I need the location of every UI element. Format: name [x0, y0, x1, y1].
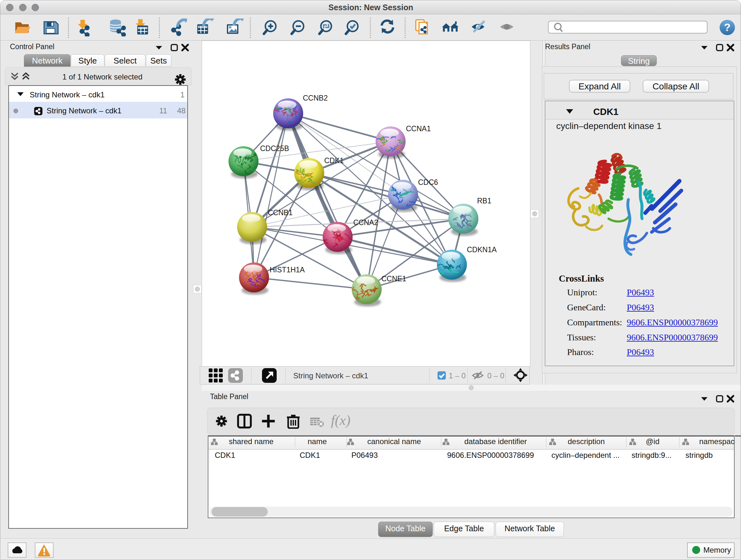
- svg-text:CCNA2: CCNA2: [353, 219, 378, 227]
- svg-text:CDC25B: CDC25B: [260, 144, 289, 152]
- svg-text:CCNB1: CCNB1: [268, 208, 293, 217]
- svg-text:CDKN1A: CDKN1A: [467, 246, 497, 254]
- svg-text:HIST1H1A: HIST1H1A: [270, 266, 305, 274]
- svg-text:?: ?: [724, 21, 731, 33]
- svg-text:CCNA1: CCNA1: [406, 125, 431, 133]
- svg-text:CDK1: CDK1: [324, 157, 344, 165]
- svg-text:RB1: RB1: [477, 197, 491, 205]
- svg-text:CCNB2: CCNB2: [303, 94, 328, 102]
- svg-text:CDC6: CDC6: [418, 178, 438, 186]
- svg-text:CCNE1: CCNE1: [381, 274, 406, 283]
